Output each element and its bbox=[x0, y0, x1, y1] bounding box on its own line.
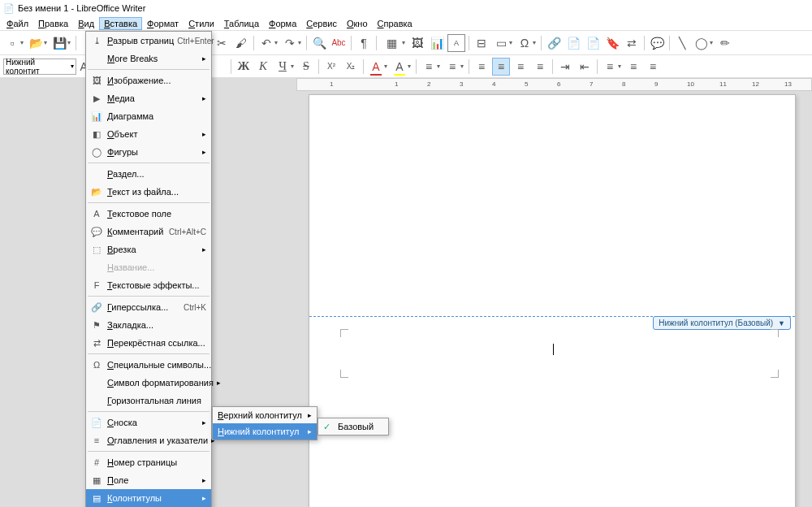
menu-item-раздел[interactable]: Раздел... bbox=[86, 165, 211, 183]
align-left-button[interactable]: ≡ bbox=[473, 58, 490, 76]
menu-item-изображение[interactable]: 🖼Изображение... bbox=[86, 72, 211, 89]
menu-item-разрывстраниц[interactable]: ⤓Разрыв страницCtrl+Enter bbox=[86, 32, 211, 50]
menu-item-гиперссылка[interactable]: 🔗Гиперссылка...Ctrl+K bbox=[86, 298, 211, 316]
menu-item-диаграмма[interactable]: 📊Диаграмма bbox=[86, 107, 211, 125]
menu-форма[interactable]: Форма bbox=[264, 17, 301, 30]
menu-item-горизонтальнаялиния[interactable]: Горизонтальная линия bbox=[86, 392, 211, 410]
menu-item-icon: ⤓ bbox=[89, 34, 104, 47]
menu-item-поле[interactable]: ▦Поле▸ bbox=[86, 471, 211, 489]
menu-вид[interactable]: Вид bbox=[73, 17, 99, 30]
menu-окно[interactable]: Окно bbox=[342, 17, 373, 30]
submenu-item[interactable]: Верхний колонтитул▸ bbox=[213, 407, 317, 423]
menu-item-icon: ▦ bbox=[89, 474, 104, 487]
menu-item-сноска[interactable]: 📄Сноска▸ bbox=[86, 414, 211, 431]
new-button[interactable]: ▫ bbox=[3, 34, 21, 52]
open-button[interactable]: 📂 bbox=[27, 34, 45, 52]
shapes-button[interactable]: ◯ bbox=[693, 34, 710, 52]
para-spacing-inc-button[interactable]: ≡ bbox=[624, 58, 642, 76]
insert-symbol-button[interactable]: Ω bbox=[516, 34, 533, 52]
undo-button[interactable]: ↶ bbox=[257, 34, 275, 52]
submenu-item[interactable]: Нижний колонтитул▸ bbox=[213, 423, 317, 440]
document-page[interactable]: Нижний колонтитул (Базовый)▼ bbox=[309, 94, 796, 507]
menu-item-медиа[interactable]: ▶Медиа▸ bbox=[86, 89, 211, 107]
menu-item-label: Фигуры bbox=[107, 147, 199, 157]
title-bar: 📄 Без имени 1 - LibreOffice Writer bbox=[0, 0, 812, 16]
paragraph-style-combo[interactable]: Нижний колонтит▾ bbox=[3, 58, 76, 75]
highlight-button[interactable]: A bbox=[391, 58, 408, 76]
insert-footnote-button[interactable]: 📄 bbox=[564, 34, 582, 52]
menu-item-текстовыеэффекты[interactable]: FТекстовые эффекты... bbox=[86, 276, 211, 294]
align-justify-button[interactable]: ≡ bbox=[531, 58, 549, 76]
para-spacing-dec-button[interactable]: ≡ bbox=[644, 58, 662, 76]
menu-item-специальныесимволы[interactable]: ΩСпециальные символы... bbox=[86, 356, 211, 374]
insert-comment-button[interactable]: 💬 bbox=[648, 34, 666, 52]
footer-margin-marker bbox=[771, 370, 779, 378]
menu-item-label: More Breaks bbox=[107, 54, 199, 63]
insert-crossref-button[interactable]: ⇄ bbox=[623, 34, 641, 52]
menu-item-icon: ◯ bbox=[89, 145, 104, 158]
menu-item-номерстраницы[interactable]: #Номер страницы bbox=[86, 453, 211, 471]
italic-button[interactable]: К bbox=[254, 58, 272, 76]
insert-field-button[interactable]: ▭ bbox=[492, 34, 510, 52]
menu-item-врезка[interactable]: ⬚Врезка▸ bbox=[86, 240, 211, 258]
insert-pagebreak-button[interactable]: ⊟ bbox=[473, 34, 490, 52]
menu-сервис[interactable]: Сервис bbox=[301, 17, 342, 30]
line-spacing-button[interactable]: ≡ bbox=[601, 58, 619, 76]
save-button[interactable]: 💾 bbox=[50, 34, 68, 52]
menu-item-закладка[interactable]: ⚑Закладка... bbox=[86, 316, 211, 334]
find-button[interactable]: 🔍 bbox=[310, 34, 328, 52]
insert-table-button[interactable]: ▦ bbox=[380, 34, 403, 52]
menu-item-название: Название... bbox=[86, 258, 211, 276]
menu-item-фигуры[interactable]: ◯Фигуры▸ bbox=[86, 143, 211, 161]
menu-item-icon: 💬 bbox=[89, 225, 104, 238]
insert-textbox-button[interactable]: A bbox=[447, 34, 465, 52]
bullet-list-button[interactable]: ≡ bbox=[420, 58, 438, 76]
menu-item-комментарий[interactable]: 💬КомментарийCtrl+Alt+C bbox=[86, 223, 211, 240]
menu-формат[interactable]: Формат bbox=[142, 17, 184, 30]
menu-item-колонтитулы[interactable]: ▤Колонтитулы▸ bbox=[86, 489, 211, 507]
redo-button[interactable]: ↷ bbox=[281, 34, 299, 52]
format-paintbrush-button[interactable]: 🖌 bbox=[232, 34, 250, 52]
footer-label-dropdown[interactable]: Нижний колонтитул (Базовый)▼ bbox=[653, 316, 791, 330]
menu-вставка[interactable]: Вставка bbox=[99, 17, 142, 30]
superscript-button[interactable]: X² bbox=[322, 58, 340, 76]
menu-справка[interactable]: Справка bbox=[373, 17, 417, 30]
insert-chart-button[interactable]: 📊 bbox=[428, 34, 446, 52]
strikethrough-button[interactable]: S bbox=[297, 58, 315, 76]
spellcheck-button[interactable]: Abc bbox=[330, 34, 348, 52]
indent-increase-button[interactable]: ⇥ bbox=[556, 58, 574, 76]
menu-item-morebreaks[interactable]: More Breaks▸ bbox=[86, 50, 211, 67]
menu-item-текстовоеполе[interactable]: AТекстовое поле bbox=[86, 205, 211, 223]
menu-item-icon bbox=[89, 394, 104, 407]
menu-item-label: Текстовое поле bbox=[107, 209, 208, 219]
menu-item-объект[interactable]: ◧Объект▸ bbox=[86, 125, 211, 143]
line-button[interactable]: ╲ bbox=[673, 34, 691, 52]
insert-endnote-button[interactable]: 📄 bbox=[584, 34, 602, 52]
menu-стили[interactable]: Стили bbox=[184, 17, 219, 30]
submenu-item[interactable]: ✓Базовый bbox=[318, 418, 388, 435]
menu-item-оглавленияиуказатели[interactable]: ≡Оглавления и указатели▸ bbox=[86, 431, 211, 449]
insert-hyperlink-button[interactable]: 🔗 bbox=[545, 34, 563, 52]
menu-таблица[interactable]: Таблица bbox=[219, 17, 264, 30]
formatting-marks-button[interactable]: ¶ bbox=[355, 34, 373, 52]
subscript-button[interactable]: X₂ bbox=[342, 58, 360, 76]
align-right-button[interactable]: ≡ bbox=[512, 58, 529, 76]
draw-button[interactable]: ✏ bbox=[716, 34, 734, 52]
indent-decrease-button[interactable]: ⇤ bbox=[576, 58, 594, 76]
bold-button[interactable]: Ж bbox=[235, 58, 253, 76]
font-color-button[interactable]: A bbox=[367, 58, 385, 76]
menu-item-символформатирования[interactable]: Символ форматирования▸ bbox=[86, 374, 211, 392]
insert-bookmark-button[interactable]: 🔖 bbox=[603, 34, 621, 52]
menu-item-label: Текстовые эффекты... bbox=[107, 280, 208, 290]
underline-button[interactable]: Ч bbox=[274, 58, 292, 76]
menu-item-текстизфайла[interactable]: 📂Текст из файла... bbox=[86, 183, 211, 201]
footer-margin-marker bbox=[340, 370, 348, 378]
number-list-button[interactable]: ≡ bbox=[443, 58, 461, 76]
menu-item-перекрёстнаяссылка[interactable]: ⇄Перекрёстная ссылка... bbox=[86, 334, 211, 352]
horizontal-ruler[interactable]: 112345678910111213 bbox=[296, 78, 812, 91]
insert-image-button[interactable]: 🖼 bbox=[408, 34, 426, 52]
menu-файл[interactable]: Файл bbox=[2, 17, 33, 30]
menu-item-label: Медиа bbox=[107, 93, 199, 103]
menu-правка[interactable]: Правка bbox=[33, 17, 73, 30]
align-center-button[interactable]: ≡ bbox=[492, 58, 510, 76]
